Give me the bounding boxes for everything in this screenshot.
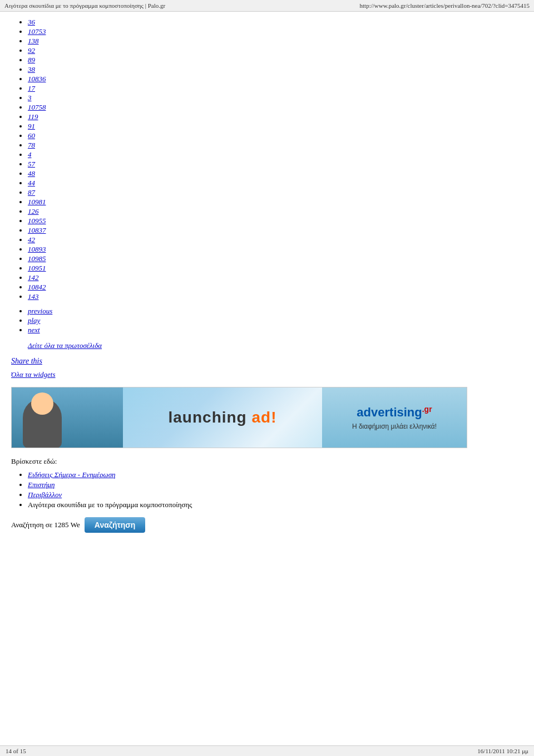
list-item: 10753 [28, 27, 523, 36]
nav-link[interactable]: 42 [28, 235, 35, 244]
nav-link[interactable]: 10758 [28, 103, 46, 111]
nav-link[interactable]: 91 [28, 122, 35, 130]
ad-right-sub: Η διαφήμιση μιλάει ελληνικά! [352, 423, 437, 430]
ad-banner: launching ad! advertising.gr Η διαφήμιση… [11, 387, 467, 448]
list-item: 87 [28, 188, 523, 197]
ad-center-section: launching ad! [123, 403, 322, 432]
list-item: 10985 [28, 254, 523, 263]
nav-link[interactable]: 60 [28, 131, 35, 140]
nav-link[interactable]: 143 [28, 292, 39, 301]
share-this-container: Share this [11, 357, 523, 366]
list-item: 92 [28, 46, 523, 55]
list-item: 10842 [28, 283, 523, 292]
search-row: Αναζήτηση σε 1285 We Αναζήτηση [11, 517, 523, 533]
nav-link[interactable]: 57 [28, 160, 35, 168]
list-item: 44 [28, 179, 523, 188]
list-item: 126 [28, 207, 523, 216]
list-item: 142 [28, 273, 523, 282]
list-item: 89 [28, 56, 523, 65]
top-bar: Αιγότερα σκουπίδια με το πρόγραμμα κομπο… [0, 0, 534, 12]
nav-link[interactable]: 10842 [28, 283, 46, 291]
ad-figure [23, 398, 62, 448]
nav-link[interactable]: 92 [28, 46, 35, 55]
nav-link[interactable]: 87 [28, 188, 35, 197]
list-item: 38 [28, 65, 523, 74]
list-item: Ειδήσεις Σήμερα - Ενημέρωση [28, 470, 523, 479]
nav-link[interactable]: 10836 [28, 75, 46, 83]
see-all-container: Δείτε όλα τα πρωτοσέλιδα [28, 341, 523, 350]
list-item: 36 [28, 18, 523, 27]
list-item-previous[interactable]: previous [28, 307, 523, 316]
list-item: 10836 [28, 75, 523, 84]
vriskeste-label: Βρίσκεστε εδώ: [11, 457, 523, 466]
list-item: 138 [28, 37, 523, 46]
list-item: 78 [28, 141, 523, 150]
list-item: 3 [28, 94, 523, 102]
nav-link[interactable]: 17 [28, 84, 35, 92]
main-content: 3610753138928938108361731075811991607845… [0, 12, 534, 680]
nav-link[interactable]: 142 [28, 273, 39, 282]
list-item: 60 [28, 131, 523, 140]
share-this-link[interactable]: Share this [11, 357, 42, 365]
bottom-nav-link[interactable]: Επιστήμη [28, 480, 55, 489]
nav-link[interactable]: 4 [28, 150, 32, 159]
nav-link[interactable]: 3 [28, 94, 32, 102]
bottom-list: Ειδήσεις Σήμερα - ΕνημέρωσηΕπιστήμηΠεριβ… [11, 470, 523, 509]
list-item: 10955 [28, 217, 523, 225]
nav-link[interactable]: 36 [28, 18, 35, 26]
bottom-nav-link[interactable]: Ειδήσεις Σήμερα - Ενημέρωση [28, 470, 116, 479]
widgets-link[interactable]: Όλα τα widgets [11, 370, 56, 379]
nav-link[interactable]: 10753 [28, 27, 46, 36]
list-item-play[interactable]: play [28, 316, 523, 325]
list-item: Επιστήμη [28, 480, 523, 489]
ad-center-text: launching ad! [169, 409, 277, 426]
play-link[interactable]: play [28, 316, 40, 325]
list-item: 91 [28, 122, 523, 131]
nav-link[interactable]: 10955 [28, 217, 46, 225]
nav-link[interactable]: 119 [28, 112, 38, 121]
ad-left-section [12, 387, 123, 448]
list-item: 57 [28, 160, 523, 169]
nav-link[interactable]: 126 [28, 207, 39, 215]
list-item: 143 [28, 292, 523, 301]
list-item: 17 [28, 84, 523, 93]
search-label: Αναζήτηση σε 1285 We [11, 521, 80, 529]
list-item: 10837 [28, 226, 523, 235]
list-item: 10981 [28, 198, 523, 207]
nav-link[interactable]: 10837 [28, 226, 46, 234]
list-item: 48 [28, 169, 523, 178]
nav-link[interactable]: 10981 [28, 198, 46, 206]
list-item: 119 [28, 112, 523, 121]
nav-link[interactable]: 89 [28, 56, 35, 64]
nav-link[interactable]: 44 [28, 179, 35, 187]
ad-right-section: advertising.gr Η διαφήμιση μιλάει ελληνι… [322, 387, 467, 448]
nav-link[interactable]: 10893 [28, 245, 46, 253]
page-title: Αιγότερα σκουπίδια με το πρόγραμμα κομπο… [4, 2, 165, 9]
next-link[interactable]: next [28, 326, 40, 334]
plain-text-item: Αιγότερα σκουπίδια με το πρόγραμμα κομπο… [28, 500, 192, 509]
nav-link[interactable]: 138 [28, 37, 39, 45]
nav-link[interactable]: 38 [28, 65, 35, 73]
see-all-link[interactable]: Δείτε όλα τα πρωτοσέλιδα [28, 341, 102, 350]
list-item: 42 [28, 235, 523, 244]
search-button[interactable]: Αναζήτηση [85, 517, 146, 533]
nav-link[interactable]: 10951 [28, 264, 46, 272]
ad-logo-sup: .gr [422, 405, 432, 414]
previous-link[interactable]: previous [28, 307, 52, 315]
nav-link[interactable]: 78 [28, 141, 35, 149]
ad-right-logo: advertising.gr [357, 405, 432, 420]
controls-list: previous play next [11, 307, 523, 335]
list-item: 4 [28, 150, 523, 159]
bottom-section: Βρίσκεστε εδώ: Ειδήσεις Σήμερα - Ενημέρω… [11, 457, 523, 533]
widgets-link-container: Όλα τα widgets [11, 370, 523, 379]
list-item: 10758 [28, 103, 523, 112]
list-item-next[interactable]: next [28, 326, 523, 335]
list-item: Περιβάλλον [28, 490, 523, 499]
bottom-nav-link[interactable]: Περιβάλλον [28, 490, 62, 499]
nav-link[interactable]: 48 [28, 169, 35, 178]
nav-list: 3610753138928938108361731075811991607845… [11, 18, 523, 301]
list-item: 10893 [28, 245, 523, 254]
list-item: 10951 [28, 264, 523, 273]
nav-link[interactable]: 10985 [28, 254, 46, 263]
list-item: Αιγότερα σκουπίδια με το πρόγραμμα κομπο… [28, 500, 523, 509]
